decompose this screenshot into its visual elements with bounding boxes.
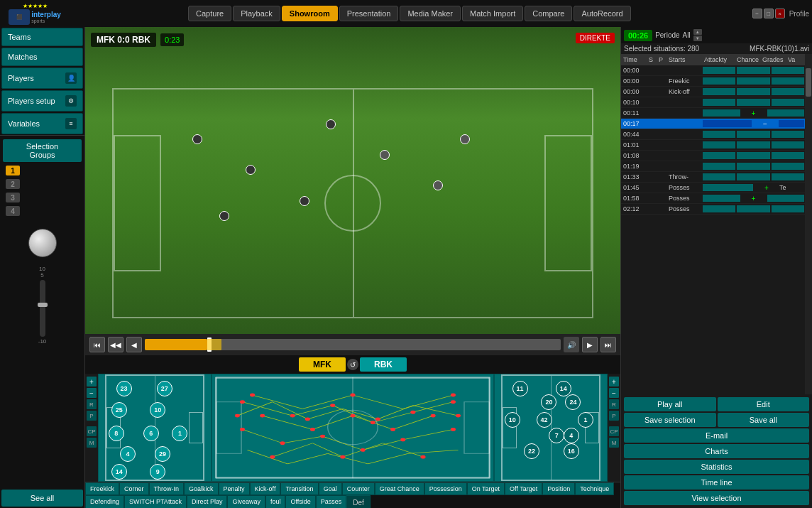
cat-counter[interactable]: Counter (342, 482, 375, 495)
progress-bar[interactable] (145, 339, 561, 350)
cp-btn-left[interactable]: CP (87, 426, 97, 436)
sidebar-item-players-setup[interactable]: Players setup ⚙ (1, 90, 83, 112)
cat-corner[interactable]: Corner (119, 482, 149, 495)
scroll-thumb[interactable] (806, 68, 811, 97)
sit-row-5[interactable]: 00:11 + (621, 108, 805, 119)
cat-switchattack[interactable]: SWITCH PTAttack (124, 495, 187, 508)
cat-offtarget[interactable]: Off Target (505, 482, 542, 495)
sit-row-10[interactable]: 01:19 (621, 161, 805, 172)
sit-row-1[interactable]: 00:00 (621, 65, 805, 76)
cat-ontarget[interactable]: On Target (467, 482, 505, 495)
sit-row-13[interactable]: 01:58 Posses + (621, 193, 805, 204)
skip-back-button[interactable]: ⏮ (89, 337, 105, 352)
sit-row-11[interactable]: 01:33 Throw- (621, 172, 805, 183)
maximize-button[interactable]: □ (764, 9, 774, 18)
skip-forward-button[interactable]: ⏭ (600, 337, 616, 352)
group-2[interactable]: 2 (3, 178, 82, 190)
sit-row-3[interactable]: 00:00 Kick-off (621, 87, 805, 97)
statistics-button[interactable]: Statistics (624, 460, 809, 474)
def-button[interactable]: Def (346, 495, 371, 508)
scrollbar[interactable] (805, 54, 812, 394)
m-btn-left[interactable]: M (87, 438, 97, 448)
m-btn-right[interactable]: M (609, 438, 619, 448)
time-line-button[interactable]: Time line (624, 475, 809, 490)
down-button[interactable]: ▼ (693, 36, 702, 41)
cp-btn-right[interactable]: CP (609, 426, 619, 436)
cat-defending[interactable]: Defending (85, 495, 124, 508)
sit-row-12[interactable]: 01:45 Posses + Te (621, 183, 805, 193)
view-selection-button[interactable]: View selection (624, 491, 809, 505)
minus-btn-right[interactable]: − (609, 388, 619, 398)
prev-button[interactable]: ◀ (126, 337, 142, 352)
nav-compare[interactable]: Compare (525, 6, 572, 21)
email-button[interactable]: E-mail (624, 428, 809, 443)
nav-showroom[interactable]: Showroom (282, 6, 338, 21)
cat-throwin[interactable]: Throw-In (149, 482, 185, 495)
sit-row-2[interactable]: 00:00 Freekic (621, 76, 805, 87)
tab-rbk[interactable]: RBK (360, 357, 407, 372)
fr-player-16: 16 (564, 443, 579, 459)
group-1[interactable]: 1 (3, 164, 82, 177)
fr-player-11: 11 (512, 381, 528, 396)
group-3[interactable]: 3 (3, 191, 82, 204)
sidebar-item-matches[interactable]: Matches (1, 48, 83, 66)
cat-goalkick[interactable]: Goalkick (184, 482, 219, 495)
nav-matchimport[interactable]: Match Import (462, 6, 523, 21)
nav-mediamaker[interactable]: Media Maker (400, 6, 461, 21)
cat-foul[interactable]: foul (265, 495, 286, 508)
sit-row-7[interactable]: 00:44 (621, 129, 805, 140)
r-btn-right[interactable]: R (609, 399, 619, 409)
cat-position[interactable]: Position (542, 482, 575, 495)
cat-goal[interactable]: Goal (319, 482, 342, 495)
group-4[interactable]: 4 (3, 205, 82, 217)
sidebar-item-teams[interactable]: Teams (1, 28, 83, 46)
cat-kickoff[interactable]: Kick-off (250, 482, 281, 495)
r-btn-left[interactable]: R (87, 399, 97, 409)
plus-btn-right[interactable]: + (609, 377, 619, 387)
refresh-icon[interactable]: ↺ (347, 359, 358, 370)
charts-button[interactable]: Charts (624, 444, 809, 458)
nav-presentation[interactable]: Presentation (339, 6, 399, 21)
cat-giveaway[interactable]: Giveaway (227, 495, 265, 508)
nav-autorecord[interactable]: AutoRecord (574, 6, 630, 21)
pitch-lines (112, 88, 594, 318)
tab-mfk[interactable]: MFK (299, 357, 346, 372)
cat-offside[interactable]: Offside (285, 495, 315, 508)
svg-line-12 (323, 436, 363, 450)
sidebar-item-variables[interactable]: Variables ≡ (1, 113, 83, 134)
cat-greatchance[interactable]: Great Chance (375, 482, 424, 495)
close-button[interactable]: × (775, 9, 785, 18)
cat-possession[interactable]: Possession (424, 482, 467, 495)
sit-row-8[interactable]: 01:01 (621, 140, 805, 151)
play-button[interactable]: ▶ (582, 337, 598, 352)
cat-freekick[interactable]: Freekick (85, 482, 119, 495)
cat-technique[interactable]: Technique (575, 482, 614, 495)
plus-btn-left[interactable]: + (87, 377, 97, 387)
selection-groups-header[interactable]: SelectionGroups (3, 139, 82, 162)
sit-row-6[interactable]: 00:17 − (621, 119, 805, 129)
p-btn-left[interactable]: P (87, 411, 97, 421)
volume-button[interactable]: 🔊 (564, 337, 579, 352)
nav-playback[interactable]: Playback (233, 6, 280, 21)
sit-row-4[interactable]: 00:10 (621, 97, 805, 108)
nav-capture[interactable]: Capture (188, 6, 231, 21)
cat-transition[interactable]: Transition (280, 482, 318, 495)
situation-table[interactable]: Time S P Starts Attackty Chance Grades V… (621, 54, 805, 394)
sidebar-item-players[interactable]: Players 👤 (1, 67, 83, 89)
up-button[interactable]: ▲ (693, 29, 702, 35)
cat-passes[interactable]: Passes (316, 495, 347, 508)
minus-btn-left[interactable]: − (87, 388, 97, 398)
save-all-button[interactable]: Save all (718, 413, 810, 427)
p-btn-right[interactable]: P (609, 411, 619, 421)
save-selection-button[interactable]: Save selection (624, 413, 716, 427)
play-all-button[interactable]: Play all (624, 397, 716, 411)
sit-row-14[interactable]: 02:12 Posses (621, 204, 805, 215)
edit-button[interactable]: Edit (718, 397, 810, 411)
cat-directplay[interactable]: Direct Play (187, 495, 228, 508)
see-all-button[interactable]: See all (1, 490, 83, 507)
sit-row-9[interactable]: 01:08 (621, 151, 805, 161)
cat-penalty[interactable]: Penalty (219, 482, 250, 495)
speed-track[interactable] (40, 280, 45, 337)
prev-frame-button[interactable]: ◀◀ (108, 337, 124, 352)
minimize-button[interactable]: − (752, 9, 762, 18)
